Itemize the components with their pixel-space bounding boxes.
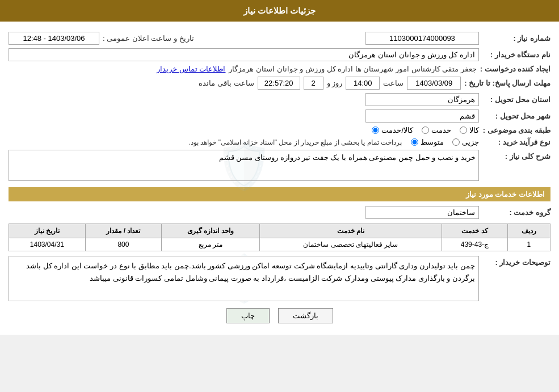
delivery-city-value: قشم: [365, 109, 479, 123]
col-header-date: تاریخ نیاز: [9, 224, 86, 238]
page-title: جزئیات اطلاعات نیاز: [243, 6, 316, 15]
service-group-label: گروه خدمت :: [482, 208, 550, 217]
col-header-code: کد خدمت: [442, 224, 507, 238]
buyer-notes-label: توصیحات خریدار :: [482, 258, 550, 267]
category-label: طبقه بندی موضوعی :: [482, 126, 550, 134]
service-group-value: ساختمان: [365, 206, 479, 219]
time-label: ساعت: [383, 79, 404, 87]
process-type-label: نوع فرآیند خرید :: [482, 138, 550, 146]
send-deadline-label: مهلت ارسال پاسخ: تا تاریخ :: [464, 79, 550, 87]
services-table-container: ردیف کد خدمت نام خدمت واحد اندازه گیری ت…: [9, 224, 550, 251]
delivery-province-value: هرمزگان: [365, 93, 479, 106]
requester-label: ایجاد کننده درخواست :: [480, 65, 550, 73]
buyer-org-value: اداره کل ورزش و جوانان استان هرمزگان: [9, 48, 479, 61]
category-goods-radio[interactable]: [460, 127, 467, 134]
category-goods-service-option[interactable]: کالا/خدمت: [372, 126, 413, 134]
col-header-name: نام خدمت: [259, 224, 442, 238]
page-header: جزئیات اطلاعات نیاز: [0, 0, 559, 22]
cell-unit: متر مربع: [162, 238, 259, 251]
process-partial-radio[interactable]: [452, 138, 460, 146]
cell-date: 1403/04/31: [9, 238, 86, 251]
request-number-label: شماره نیاز :: [482, 34, 550, 43]
process-medium-label: متوسط: [421, 138, 444, 146]
category-service-radio[interactable]: [422, 127, 429, 134]
requester-contact-link[interactable]: اطلاعات تماس خریدار: [157, 65, 225, 73]
requester-name: جعفر متقی کارشناس امور شهرستان ها اداره …: [229, 65, 476, 73]
description-label: شرح کلی نیاز :: [482, 152, 550, 161]
category-goods-label: کالا: [469, 126, 479, 134]
category-radio-group: کالا خدمت کالا/خدمت: [372, 126, 479, 134]
col-header-row: ردیف: [507, 224, 550, 238]
buyer-notes-value: چمن باید تولیدارن وداری گارانتی وتاییدیه…: [9, 256, 479, 301]
process-medium-option[interactable]: متوسط: [411, 138, 444, 146]
col-header-unit: واحد اندازه گیری: [162, 224, 259, 238]
cell-name: سایر فعالیتهای تخصصی ساختمان: [259, 238, 442, 251]
delivery-province-label: استان محل تحویل :: [482, 95, 550, 104]
col-header-quantity: تعداد / مقدار: [85, 224, 162, 238]
process-medium-radio[interactable]: [411, 138, 418, 146]
announcement-date-label: تاریخ و ساعت اعلان عمومی :: [103, 34, 194, 43]
description-textarea[interactable]: <span data-bind="values.description_text…: [9, 150, 479, 181]
announcement-date-value: 1403/03/06 - 12:48: [9, 32, 99, 45]
process-partial-label: جزیی: [462, 138, 479, 146]
table-row: 1ج-43-439سایر فعالیتهای تخصصی ساختمانمتر…: [9, 238, 550, 251]
action-buttons-row: بازگشت چاپ: [9, 308, 550, 323]
category-goods-service-label: کالا/خدمت: [381, 126, 413, 134]
cell-code: ج-43-439: [442, 238, 507, 251]
deadline-time: 14:00: [346, 77, 380, 90]
delivery-city-label: شهر محل تحویل :: [482, 112, 550, 120]
category-goods-option[interactable]: کالا: [460, 126, 479, 134]
process-type-radio-group: جزیی متوسط: [411, 138, 479, 146]
process-partial-option[interactable]: جزیی: [452, 138, 479, 146]
request-number-value: 1103000174000093: [365, 32, 479, 45]
category-goods-service-radio[interactable]: [372, 127, 379, 134]
buyer-org-label: نام دستگاه خریدار :: [482, 50, 550, 59]
category-service-option[interactable]: خدمت: [422, 126, 451, 134]
deadline-date: 1403/03/09: [407, 77, 461, 90]
cell-row: 1: [507, 238, 550, 251]
deadline-remaining: 22:57:20: [258, 77, 300, 90]
services-table: ردیف کد خدمت نام خدمت واحد اندازه گیری ت…: [9, 224, 550, 251]
category-service-label: خدمت: [431, 126, 451, 134]
deadline-days: 2: [304, 77, 323, 90]
back-button[interactable]: بازگشت: [278, 308, 333, 323]
cell-quantity: 800: [85, 238, 162, 251]
print-button[interactable]: چاپ: [226, 308, 270, 323]
days-label: روز و: [327, 79, 343, 87]
service-info-section-title: اطلاعات خدمات مورد نیاز: [9, 187, 550, 201]
process-note: پرداخت تمام یا بخشی از مبلغ خریدار از مح…: [189, 138, 402, 146]
remaining-label: ساعت باقی مانده: [199, 79, 254, 87]
